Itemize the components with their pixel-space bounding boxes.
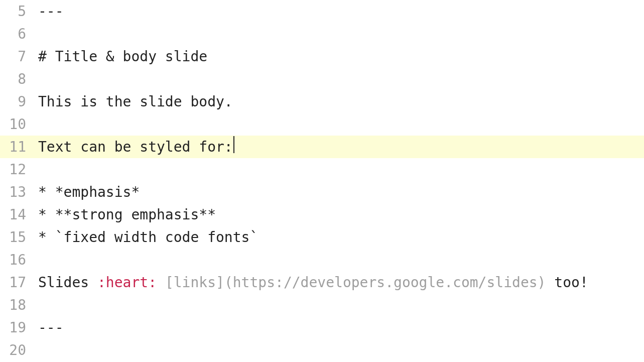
editor-line[interactable]: 20 <box>0 339 644 361</box>
code-token: * *emphasis* <box>38 184 140 200</box>
line-content[interactable]: Text can be styled for: <box>35 136 644 158</box>
line-number: 19 <box>0 316 35 339</box>
line-content[interactable]: --- <box>35 0 644 23</box>
line-content[interactable]: * **strong emphasis** <box>35 203 644 226</box>
editor-line[interactable]: 6 <box>0 23 644 45</box>
code-token: :heart: <box>97 274 157 291</box>
editor-line[interactable]: 15* `fixed width code fonts` <box>0 226 644 249</box>
line-number: 12 <box>0 158 35 181</box>
line-number: 13 <box>0 181 35 203</box>
editor-line[interactable]: 19--- <box>0 316 644 339</box>
line-number: 5 <box>0 0 35 23</box>
code-token <box>157 274 165 291</box>
code-token: * **strong emphasis** <box>38 206 216 223</box>
line-content[interactable]: This is the slide body. <box>35 90 644 113</box>
code-token: too! <box>546 274 588 291</box>
line-number: 9 <box>0 90 35 113</box>
editor-line[interactable]: 7# Title & body slide <box>0 45 644 68</box>
editor-line[interactable]: 12 <box>0 158 644 181</box>
code-token: --- <box>38 319 64 336</box>
editor-line[interactable]: 8 <box>0 68 644 90</box>
line-content[interactable]: Slides :heart: [links](https://developer… <box>35 271 644 294</box>
line-number: 15 <box>0 226 35 249</box>
code-token: [links](https://developers.google.com/sl… <box>165 274 546 291</box>
editor-line[interactable]: 14* **strong emphasis** <box>0 203 644 226</box>
line-number: 7 <box>0 45 35 68</box>
line-number: 20 <box>0 339 35 361</box>
editor-line[interactable]: 9This is the slide body. <box>0 90 644 113</box>
line-number: 17 <box>0 271 35 294</box>
code-token: * `fixed width code fonts` <box>38 229 258 246</box>
editor-line[interactable]: 13* *emphasis* <box>0 181 644 203</box>
code-token: This is the slide body. <box>38 93 233 110</box>
line-number: 10 <box>0 113 35 136</box>
line-number: 18 <box>0 294 35 316</box>
code-token: Slides <box>38 274 97 291</box>
code-token: Text can be styled for: <box>38 139 233 155</box>
line-number: 6 <box>0 23 35 45</box>
editor-line[interactable]: 5--- <box>0 0 644 23</box>
line-content[interactable]: * *emphasis* <box>35 181 644 203</box>
line-content[interactable]: * `fixed width code fonts` <box>35 226 644 249</box>
text-cursor <box>233 136 234 153</box>
code-token: # Title & body slide <box>38 48 207 65</box>
editor-line[interactable]: 17Slides :heart: [links](https://develop… <box>0 271 644 294</box>
code-editor[interactable]: 5---67# Title & body slide89This is the … <box>0 0 644 362</box>
line-content[interactable]: # Title & body slide <box>35 45 644 68</box>
line-number: 8 <box>0 68 35 90</box>
line-number: 16 <box>0 249 35 271</box>
code-token: --- <box>38 3 64 20</box>
line-content[interactable]: --- <box>35 316 644 339</box>
editor-line[interactable]: 10 <box>0 113 644 136</box>
editor-line[interactable]: 18 <box>0 294 644 316</box>
line-number: 11 <box>0 136 35 158</box>
line-number: 14 <box>0 203 35 226</box>
editor-line[interactable]: 11Text can be styled for: <box>0 136 644 158</box>
editor-line[interactable]: 16 <box>0 249 644 271</box>
